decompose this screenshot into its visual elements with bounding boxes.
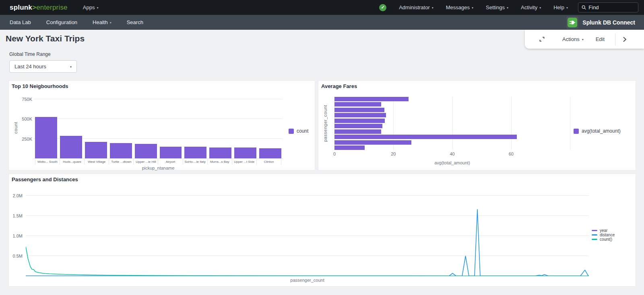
chevron-down-icon: ▾ (97, 6, 98, 10)
actions-button-label: Actions (562, 36, 580, 42)
help-menu[interactable]: Help▾ (553, 4, 568, 10)
apps-menu-label: Apps (83, 4, 95, 10)
bar[interactable] (259, 148, 281, 158)
panel-top10-neighbourhoods: Top 10 Neigbourhoods count 250K500K750K … (8, 80, 315, 170)
chevron-down-icon: ▾ (432, 6, 433, 10)
app-identity[interactable]: Splunk DB Connect (566, 16, 635, 29)
chevron-down-icon: ▾ (110, 21, 111, 25)
activity-menu-label: Activity (521, 4, 537, 10)
category-label: Huds...quare (60, 159, 84, 165)
bar[interactable] (209, 148, 231, 158)
nav-health[interactable]: Health▾ (93, 19, 111, 25)
chevron-down-icon: ▾ (539, 6, 541, 10)
legend-label: distance (600, 233, 615, 237)
chart3-plot (26, 189, 589, 276)
dashboard-content: Actions▾ Edit New York Taxi Trips Global… (0, 30, 644, 295)
legend-label: count (297, 128, 308, 134)
administrator-menu[interactable]: Administrator▾ (399, 4, 433, 10)
chevron-down-icon: ▾ (507, 6, 508, 10)
actions-button[interactable]: Actions▾ (558, 34, 588, 45)
topbar: splunk>enterprise Apps▾ ✓ Administrator▾… (0, 0, 644, 15)
bar[interactable] (184, 147, 206, 158)
y-tick-label: 250K (22, 137, 32, 141)
plug-icon (569, 19, 576, 26)
chart2-xlabel: avg(total_amount) (334, 160, 570, 165)
collapse-panel-button[interactable] (619, 34, 631, 45)
chevron-down-icon: ▾ (582, 38, 584, 41)
chart2-plot (334, 97, 570, 150)
chevron-down-icon: ▾ (566, 6, 568, 10)
chart1-yaxis: 250K500K750K (9, 97, 32, 159)
category-label: Airport (158, 159, 182, 165)
chart2-title: Average Fares (321, 83, 357, 89)
bar[interactable] (85, 142, 107, 158)
settings-menu[interactable]: Settings▾ (486, 4, 508, 10)
legend-label: avg(total_amount) (582, 128, 621, 134)
bar[interactable] (60, 136, 82, 158)
chart3-lines (26, 189, 589, 276)
nav-data-lab[interactable]: Data Lab (10, 19, 31, 25)
legend-label: count() (600, 238, 612, 241)
app-navbar: Data Lab Configuration Health▾ Search Sp… (0, 15, 644, 30)
time-range-select[interactable]: Last 24 hours ▾ (9, 60, 77, 73)
splunk-logo[interactable]: splunk>enterprise (10, 4, 68, 12)
chevron-down-icon: ▾ (70, 65, 72, 69)
legend-swatch (592, 230, 597, 231)
chart1-xlabel: pickup_ntaname (33, 166, 283, 170)
logo-gt-text: > (32, 4, 36, 11)
legend-item: distance (592, 233, 615, 237)
panel-average-fares: Average Fares passenger_count 0204060 av… (318, 80, 636, 170)
y-tick-label: 1.5M (13, 213, 23, 218)
time-range-label: Global Time Range (9, 51, 77, 57)
activity-menu[interactable]: Activity▾ (521, 4, 541, 10)
bar[interactable] (135, 144, 157, 158)
chart2-xticks: 0204060 (334, 152, 570, 157)
chart1-bars (35, 97, 281, 158)
bar[interactable] (334, 102, 381, 107)
legend-swatch (574, 129, 579, 134)
chart2-legend: avg(total_amount) (574, 128, 621, 134)
category-label: Midto... South (35, 159, 60, 165)
bar[interactable] (334, 119, 385, 123)
nav-configuration-label: Configuration (46, 19, 77, 25)
bar[interactable] (334, 145, 365, 150)
legend-label: year (600, 229, 607, 232)
category-label: Murra...s Bay (207, 159, 232, 165)
messages-menu[interactable]: Messages▾ (446, 4, 473, 10)
bar[interactable] (160, 147, 182, 158)
bar[interactable] (35, 117, 57, 158)
series-distance (26, 209, 588, 276)
find-input[interactable] (588, 4, 635, 10)
find-search-box[interactable] (578, 2, 638, 12)
bar[interactable] (334, 140, 411, 145)
global-time-range: Global Time Range Last 24 hours ▾ (9, 51, 77, 73)
gridline (570, 97, 570, 150)
nav-health-label: Health (93, 19, 108, 25)
logo-enterprise-text: enterprise (36, 4, 68, 11)
bar[interactable] (334, 135, 517, 139)
bar[interactable] (334, 97, 409, 101)
bar[interactable] (334, 108, 384, 112)
bar[interactable] (110, 143, 132, 158)
legend-item: count() (592, 238, 615, 241)
bar[interactable] (334, 124, 382, 128)
logo-splunk-text: splunk (10, 4, 32, 11)
x-tick-label: 40 (450, 152, 454, 156)
screen: splunk>enterprise Apps▾ ✓ Administrator▾… (0, 0, 644, 295)
y-tick-label: 750K (22, 97, 32, 102)
nav-search[interactable]: Search (127, 19, 143, 25)
fullscreen-button[interactable] (535, 33, 549, 45)
health-status-icon[interactable]: ✓ (379, 4, 386, 11)
chart1-legend: count (289, 128, 308, 134)
apps-menu[interactable]: Apps▾ (83, 4, 99, 10)
chart1-title: Top 10 Neigbourhoods (12, 83, 68, 89)
help-menu-label: Help (553, 4, 564, 10)
bar[interactable] (334, 113, 386, 117)
edit-button[interactable]: Edit (592, 34, 609, 45)
bar[interactable] (334, 129, 381, 134)
bar[interactable] (234, 148, 256, 158)
edit-button-label: Edit (596, 36, 605, 42)
nav-configuration[interactable]: Configuration (46, 19, 77, 25)
chart2-bars (334, 97, 570, 150)
chart1-categories: Midto... SouthHuds...quareWest VillageTu… (33, 159, 283, 165)
